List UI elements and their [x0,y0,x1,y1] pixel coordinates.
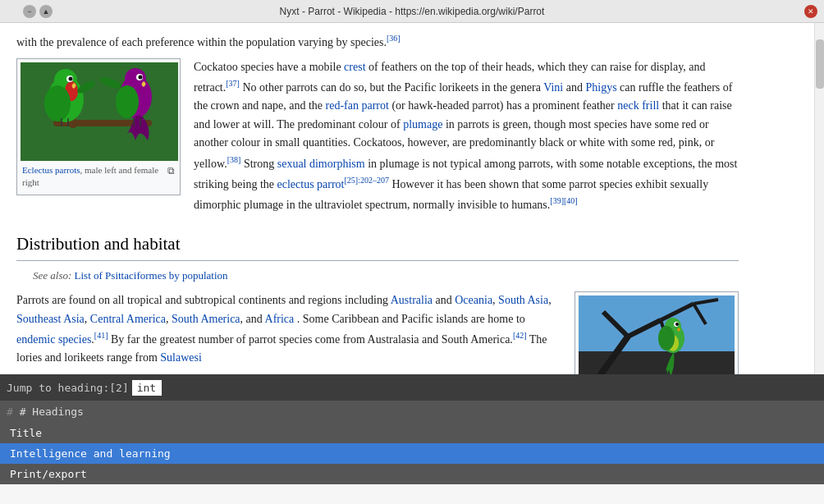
ref38-link[interactable]: [38] [227,155,241,164]
ref25-link[interactable]: [25]:202–207 [345,176,389,185]
heading-item-intelligence[interactable]: Intelligence and learning [0,443,824,464]
see-also: See also: List of Psittaciformes by popu… [16,268,739,285]
scrollbar[interactable] [814,23,824,374]
ref36-link[interactable]: [36] [387,34,401,43]
heading-item-printexport[interactable]: Print/export [0,464,824,484]
expand-icon[interactable]: ⧉ [167,164,175,178]
svg-point-11 [116,85,139,118]
svg-point-7 [69,77,73,81]
africa-link[interactable]: Africa [265,313,295,325]
eclectus-parrots-link[interactable]: Eclectus parrots [22,165,80,175]
headings-panel-header: # # Headings [0,401,824,423]
endemic-link[interactable]: endemic species [16,333,91,346]
svg-point-33 [675,323,679,326]
jump-bar-label: Jump to heading:[2] [7,382,129,394]
southasia-link[interactable]: South Asia [498,294,548,306]
window-title: Nyxt - Parrot - Wikipedia - https://en.w… [56,6,768,17]
image-parrot-tree [575,291,739,374]
southeastasia-link[interactable]: Southeast Asia [16,313,85,325]
intro-paragraph: with the prevalence of each preference w… [16,31,739,52]
ref39-40-link[interactable]: [39][40] [550,196,577,205]
ref37-link[interactable]: [37] [226,79,240,88]
minimize-button[interactable]: − [23,5,36,18]
image-eclectus: ⧉ Eclectus parrots, male left and female… [16,58,181,195]
australia-link[interactable]: Australia [391,294,433,306]
eclectus-image [21,62,178,161]
distribution-heading: Distribution and habitat [16,231,739,262]
crest-link[interactable]: crest [344,61,365,73]
ref42-link[interactable]: [42] [513,331,527,340]
svg-point-34 [658,326,675,351]
phigys-link[interactable]: Phigys [585,81,616,94]
plumage-link[interactable]: plumage [403,118,442,131]
scrollbar-thumb[interactable] [816,39,824,89]
ref41-link[interactable]: [41] [94,331,108,340]
sulawesi-link[interactable]: Sulawesi [160,351,202,364]
centralamerica-link[interactable]: Central America [90,313,166,325]
heading-item-title[interactable]: Title [0,423,824,443]
sexualdimorphism-link[interactable]: sexual dimorphism [277,157,365,169]
image-caption: ⧉ Eclectus parrots, male left and female… [21,161,176,191]
title-bar: − ▲ Nyxt - Parrot - Wikipedia - https://… [0,0,824,23]
svg-point-13 [139,76,143,80]
eclectus-link[interactable]: eclectus parrot [277,177,345,190]
psittaciformes-link[interactable]: List of Psittaciformes by population [75,269,228,282]
article-body: with the prevalence of each preference w… [0,23,755,374]
tree-parrot-image [579,296,735,374]
neckfrill-link[interactable]: neck frill [617,99,659,112]
svg-point-8 [44,85,71,121]
southamerica-link[interactable]: South America [172,313,240,325]
browser-content: with the prevalence of each preference w… [0,23,824,374]
jump-bar-input[interactable] [132,380,162,396]
maximize-button[interactable]: ▲ [39,5,53,18]
redfan-link[interactable]: red-fan parrot [326,99,389,112]
headings-panel: # # Headings Title Intelligence and lear… [0,401,824,484]
close-button[interactable]: ✕ [804,5,817,18]
svg-rect-0 [21,62,178,161]
jump-bar: Jump to heading:[2] [0,374,824,401]
vini-link[interactable]: Vini [543,81,563,94]
oceania-link[interactable]: Oceania [455,294,492,306]
